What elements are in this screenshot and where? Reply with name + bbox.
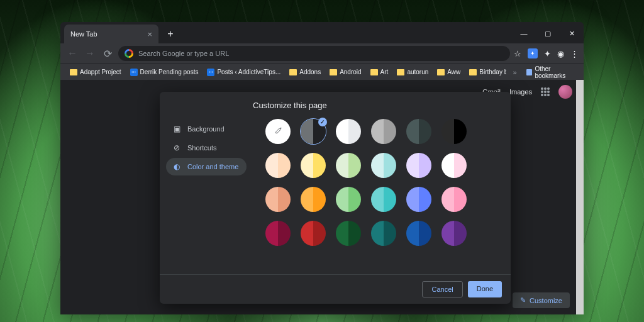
color-swatch-grid: ✓ (253, 118, 511, 274)
color-swatch[interactable] (441, 119, 467, 144)
sidebar-item-shortcuts[interactable]: ⊘Shortcuts (166, 139, 247, 157)
color-swatch[interactable] (301, 187, 326, 212)
dialog-sidebar: ▣Background⊘Shortcuts◐Color and theme (160, 118, 253, 274)
extension-icon[interactable]: ✦ (528, 48, 538, 58)
bookmark-item[interactable]: ⋯Derrik Pending posts (127, 67, 202, 77)
sidebar-item-background[interactable]: ▣Background (166, 120, 247, 138)
pencil-icon: ✎ (520, 296, 526, 304)
new-tab-button[interactable]: + (162, 26, 179, 42)
close-tab-icon[interactable]: × (147, 30, 152, 39)
menu-icon[interactable]: ⋮ (570, 49, 579, 58)
user-avatar[interactable] (558, 85, 572, 99)
link-icon: ⊘ (172, 143, 181, 152)
color-swatch[interactable] (336, 153, 361, 178)
profile-icon[interactable]: ◉ (557, 49, 564, 58)
image-icon: ▣ (172, 125, 181, 133)
bookmark-item[interactable]: Addons (286, 67, 324, 77)
color-swatch[interactable] (406, 153, 431, 178)
folder-icon (289, 69, 297, 75)
bookmark-item[interactable]: Birthday bash (466, 67, 506, 77)
eyedropper-icon (273, 126, 283, 136)
minimize-button[interactable]: — (512, 23, 536, 43)
dialog-footer: Cancel Done (160, 274, 511, 304)
color-swatch[interactable] (441, 221, 467, 246)
palette-icon: ◐ (172, 162, 181, 171)
bookmark-star-icon[interactable]: ☆ (514, 49, 521, 58)
bookmark-item[interactable]: Adappt Project (67, 67, 125, 77)
address-bar[interactable]: Search Google or type a URL (118, 46, 510, 61)
bookmark-item[interactable]: Android (326, 67, 364, 77)
browser-window: New Tab × + — ▢ ✕ ← → ⟳ Search Google or… (60, 22, 584, 314)
color-swatch[interactable] (336, 119, 361, 144)
color-swatch[interactable]: ✓ (301, 119, 326, 144)
color-swatch[interactable] (441, 187, 467, 212)
search-engine-icon (125, 49, 133, 58)
color-swatch[interactable] (265, 221, 291, 246)
color-swatch[interactable] (371, 187, 396, 212)
extensions-puzzle-icon[interactable]: ✦ (544, 49, 551, 58)
forward-button[interactable]: → (83, 47, 97, 60)
bookmarks-bar: Adappt Project⋯Derrik Pending posts⋯Post… (60, 64, 584, 80)
done-button[interactable]: Done (468, 281, 502, 297)
color-swatch[interactable] (301, 153, 326, 178)
site-icon: ⋯ (130, 69, 138, 76)
folder-icon (526, 69, 533, 75)
folder-icon (370, 69, 378, 75)
omnibox-placeholder: Search Google or type a URL (138, 50, 229, 57)
color-swatch[interactable] (371, 153, 396, 178)
other-bookmarks-folder[interactable]: Other bookmarks (523, 64, 577, 80)
folder-icon (469, 69, 477, 75)
cancel-button[interactable]: Cancel (422, 281, 462, 297)
customize-button[interactable]: ✎ Customize (513, 292, 570, 308)
folder-icon (397, 69, 404, 75)
bookmark-item[interactable]: ⋯Posts ‹ AddictiveTips... (204, 67, 284, 77)
toolbar: ← → ⟳ Search Google or type a URL ☆ ✦ ✦ … (60, 43, 584, 64)
titlebar: New Tab × + — ▢ ✕ (60, 22, 584, 43)
scrollbar[interactable] (576, 80, 584, 314)
bookmarks-overflow-button[interactable]: » (509, 69, 520, 76)
tab-title: New Tab (70, 30, 97, 38)
color-swatch[interactable] (265, 187, 291, 212)
bookmark-item[interactable]: autorun (394, 67, 431, 77)
maximize-button[interactable]: ▢ (536, 23, 560, 43)
color-swatch[interactable] (371, 119, 396, 144)
customize-dialog: Customize this page ▣Background⊘Shortcut… (160, 92, 511, 304)
check-icon: ✓ (318, 118, 327, 126)
sidebar-item-color[interactable]: ◐Color and theme (166, 158, 247, 175)
custom-color-swatch[interactable] (265, 119, 291, 144)
color-swatch[interactable] (406, 187, 431, 212)
folder-icon (437, 69, 445, 75)
color-swatch[interactable] (406, 119, 431, 144)
browser-tab[interactable]: New Tab × (64, 25, 158, 43)
images-link[interactable]: Images (509, 88, 532, 96)
close-window-button[interactable]: ✕ (560, 23, 584, 43)
color-swatch[interactable] (301, 221, 326, 246)
color-swatch[interactable] (265, 153, 291, 178)
color-swatch[interactable] (336, 221, 361, 246)
color-swatch[interactable] (441, 153, 467, 178)
apps-grid-icon[interactable] (541, 87, 550, 96)
reload-button[interactable]: ⟳ (101, 47, 114, 60)
window-controls: — ▢ ✕ (512, 23, 584, 43)
new-tab-page: Gmail Images ✎ Customize Customize this … (60, 80, 584, 314)
folder-icon (70, 69, 77, 75)
color-swatch[interactable] (406, 221, 431, 246)
bookmark-item[interactable]: Art (367, 67, 392, 77)
site-icon: ⋯ (207, 69, 214, 76)
color-swatch[interactable] (371, 221, 396, 246)
bookmark-item[interactable]: Aww (434, 67, 464, 77)
back-button[interactable]: ← (65, 47, 79, 60)
color-swatch[interactable] (336, 187, 361, 212)
dialog-title: Customize this page (160, 92, 511, 118)
folder-icon (330, 69, 337, 75)
